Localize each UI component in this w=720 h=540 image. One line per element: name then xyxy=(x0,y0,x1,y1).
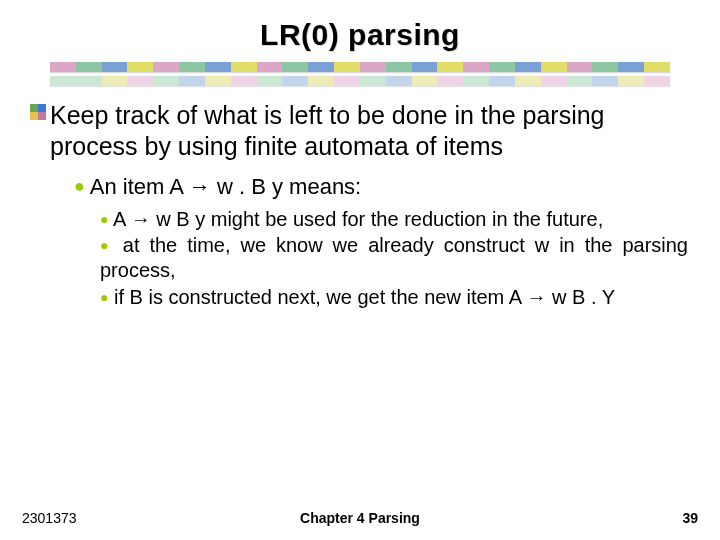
main-bullet: Keep track of what is left to be done in… xyxy=(50,100,688,161)
slide-title: LR(0) parsing xyxy=(0,0,720,58)
sub1-text-post: w . B y means: xyxy=(211,174,361,199)
svg-rect-1 xyxy=(38,104,46,112)
arrow-icon: → xyxy=(131,208,151,230)
content-area: Keep track of what is left to be done in… xyxy=(50,100,688,312)
footer-page-number: 39 xyxy=(682,510,698,526)
cube-bullet-icon xyxy=(30,104,46,120)
svg-rect-2 xyxy=(30,112,38,120)
title-underline xyxy=(0,62,720,88)
bullet-dot-icon: ● xyxy=(74,176,85,196)
sub2c-post: w B . Y xyxy=(546,286,615,308)
sub-bullet-2a: ● A → w B y might be used for the reduct… xyxy=(100,207,688,232)
sub1-text-pre: An item A xyxy=(90,174,189,199)
sub2b-text: at the time, we know we already construc… xyxy=(100,234,688,281)
arrow-icon: → xyxy=(189,174,211,199)
bullet-dot-icon: ● xyxy=(100,289,108,305)
arrow-icon: → xyxy=(526,286,546,308)
sub2a-pre: A xyxy=(113,208,131,230)
bullet-dot-icon: ● xyxy=(100,237,113,253)
svg-rect-0 xyxy=(30,104,38,112)
sub-bullet-2b: ● at the time, we know we already constr… xyxy=(100,233,688,283)
sub-bullet-2c: ● if B is constructed next, we get the n… xyxy=(100,285,688,310)
footer-chapter: Chapter 4 Parsing xyxy=(0,510,720,526)
bullet-dot-icon: ● xyxy=(100,211,108,227)
sub2c-pre: if B is constructed next, we get the new… xyxy=(114,286,526,308)
svg-rect-3 xyxy=(38,112,46,120)
sub-bullet-1: ● An item A → w . B y means: xyxy=(74,173,688,201)
sub2a-post: w B y might be used for the reduction in… xyxy=(151,208,603,230)
